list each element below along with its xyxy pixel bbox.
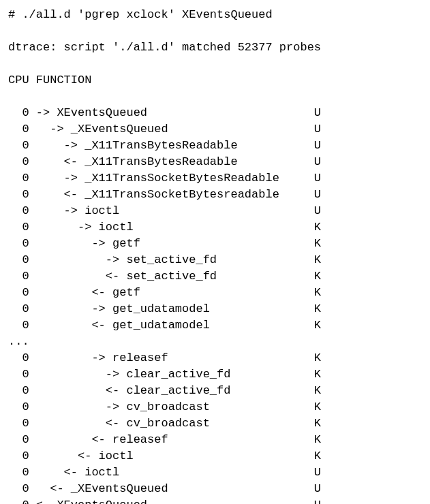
dtrace-summary: dtrace: script './all.d' matched 52377 p… [8, 40, 422, 56]
dtrace-output: # ./all.d 'pgrep xclock' XEventsQueued d… [0, 0, 430, 504]
column-header: CPU FUNCTION [8, 72, 422, 89]
command-line: # ./all.d 'pgrep xclock' XEventsQueued [8, 7, 422, 23]
